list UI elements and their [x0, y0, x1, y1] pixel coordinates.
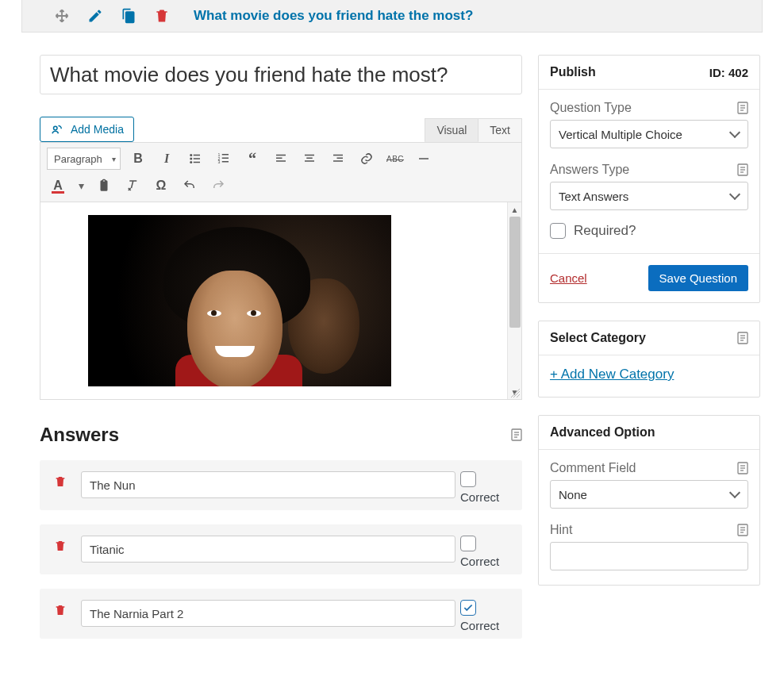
- editor-scrollbar[interactable]: ▲ ▼: [507, 202, 521, 399]
- comment-field-select[interactable]: None: [550, 480, 748, 509]
- answer-row: Correct: [40, 460, 522, 510]
- required-label: Required?: [574, 223, 636, 239]
- svg-rect-4: [194, 158, 200, 159]
- comment-field-label: Comment Field: [550, 461, 636, 475]
- svg-rect-20: [337, 158, 344, 159]
- svg-rect-10: [222, 158, 229, 159]
- delete-icon[interactable]: [154, 8, 170, 24]
- align-right-icon[interactable]: [327, 148, 349, 170]
- hint-input[interactable]: [550, 542, 748, 570]
- numbered-list-icon[interactable]: 123: [213, 148, 235, 170]
- duplicate-icon[interactable]: [121, 8, 136, 24]
- comment-field-help-icon[interactable]: [737, 462, 748, 474]
- cancel-link[interactable]: Cancel: [550, 271, 587, 285]
- move-icon[interactable]: [54, 8, 70, 24]
- category-help-icon[interactable]: [737, 332, 748, 344]
- question-id: ID: 402: [709, 66, 748, 79]
- svg-point-0: [54, 126, 58, 130]
- add-media-label: Add Media: [71, 123, 124, 136]
- scroll-thumb[interactable]: [509, 217, 521, 328]
- correct-label: Correct: [460, 490, 499, 504]
- editor-container: Paragraph B I 123 “: [40, 142, 522, 400]
- answers-heading: Answers: [40, 424, 119, 446]
- hint-label: Hint: [550, 523, 572, 537]
- answer-input[interactable]: [81, 536, 455, 563]
- answer-delete-icon[interactable]: [54, 539, 76, 555]
- text-color-dropdown-icon[interactable]: ▾: [75, 175, 86, 197]
- blockquote-icon[interactable]: “: [241, 148, 263, 170]
- bulleted-list-icon[interactable]: [184, 148, 206, 170]
- svg-rect-6: [194, 162, 200, 163]
- svg-rect-8: [222, 154, 229, 156]
- answer-correct-checkbox[interactable]: [460, 600, 476, 616]
- bold-icon[interactable]: B: [127, 148, 149, 170]
- question-type-select[interactable]: Vertical Multiple Choice: [550, 120, 748, 148]
- correct-label: Correct: [460, 619, 499, 632]
- answer-delete-icon[interactable]: [54, 603, 76, 620]
- answer-correct-checkbox[interactable]: [460, 536, 476, 551]
- svg-rect-2: [194, 155, 200, 156]
- publish-title: Publish: [550, 65, 596, 79]
- question-type-help-icon[interactable]: [737, 102, 748, 114]
- question-title-link[interactable]: What movie does you friend hate the most…: [194, 8, 473, 24]
- editor-canvas[interactable]: [40, 202, 507, 399]
- italic-icon[interactable]: I: [156, 148, 178, 170]
- special-char-icon[interactable]: Ω: [150, 175, 172, 197]
- save-question-button[interactable]: Save Question: [648, 265, 748, 291]
- scroll-up-icon[interactable]: ▲: [508, 202, 521, 217]
- svg-rect-21: [333, 160, 343, 162]
- hint-help-icon[interactable]: [737, 524, 748, 536]
- svg-rect-16: [305, 155, 314, 156]
- tab-visual[interactable]: Visual: [425, 118, 478, 142]
- editor-tabs: Visual Text: [425, 118, 522, 142]
- horizontal-rule-icon[interactable]: [413, 148, 435, 170]
- edit-icon[interactable]: [87, 8, 103, 24]
- question-header-bar: What movie does you friend hate the most…: [21, 0, 763, 33]
- strikethrough-abc-icon[interactable]: ABC: [384, 148, 406, 170]
- question-type-label: Question Type: [550, 101, 632, 115]
- svg-rect-17: [306, 158, 313, 159]
- align-center-icon[interactable]: [298, 148, 321, 170]
- align-left-icon[interactable]: [270, 148, 292, 170]
- link-icon[interactable]: [355, 148, 378, 170]
- answer-correct-checkbox[interactable]: [460, 471, 476, 487]
- add-new-category-link[interactable]: + Add New Category: [550, 367, 674, 382]
- redo-icon[interactable]: [207, 175, 229, 197]
- answers-help-icon[interactable]: [511, 428, 522, 441]
- advanced-box: Advanced Option Comment Field None: [538, 415, 760, 586]
- answers-type-label: Answers Type: [550, 163, 629, 177]
- publish-box: Publish ID: 402 Question Type Vertical M…: [538, 55, 760, 303]
- answer-input[interactable]: [81, 471, 455, 498]
- category-title: Select Category: [550, 331, 646, 345]
- text-color-icon[interactable]: A: [47, 175, 69, 197]
- svg-rect-15: [276, 160, 286, 162]
- svg-point-1: [190, 154, 192, 156]
- svg-text:3: 3: [218, 159, 221, 164]
- tab-text[interactable]: Text: [478, 118, 522, 142]
- svg-point-5: [190, 161, 192, 163]
- answers-type-help-icon[interactable]: [737, 163, 748, 176]
- format-select[interactable]: Paragraph: [47, 148, 121, 170]
- svg-rect-12: [222, 161, 229, 163]
- answers-type-select[interactable]: Text Answers: [550, 182, 748, 210]
- content-image[interactable]: [88, 215, 391, 386]
- category-box: Select Category + Add New Category: [538, 321, 760, 398]
- clear-format-icon[interactable]: [121, 175, 144, 197]
- required-checkbox[interactable]: [550, 223, 566, 239]
- answer-row: Correct: [40, 589, 522, 639]
- svg-rect-14: [276, 158, 282, 159]
- paste-icon[interactable]: [93, 175, 115, 197]
- answer-row: Correct: [40, 524, 522, 574]
- svg-rect-18: [305, 160, 314, 162]
- svg-rect-19: [333, 155, 343, 156]
- answer-delete-icon[interactable]: [54, 474, 76, 491]
- question-title-input[interactable]: [40, 55, 522, 94]
- undo-icon[interactable]: [179, 175, 201, 197]
- svg-point-3: [190, 158, 192, 160]
- advanced-title: Advanced Option: [550, 425, 655, 440]
- svg-rect-13: [276, 155, 286, 156]
- resize-grip-icon[interactable]: [510, 388, 520, 398]
- answer-input[interactable]: [81, 600, 455, 627]
- wysiwyg-toolbar: Paragraph B I 123 “: [40, 143, 521, 202]
- add-media-button[interactable]: Add Media: [40, 117, 134, 142]
